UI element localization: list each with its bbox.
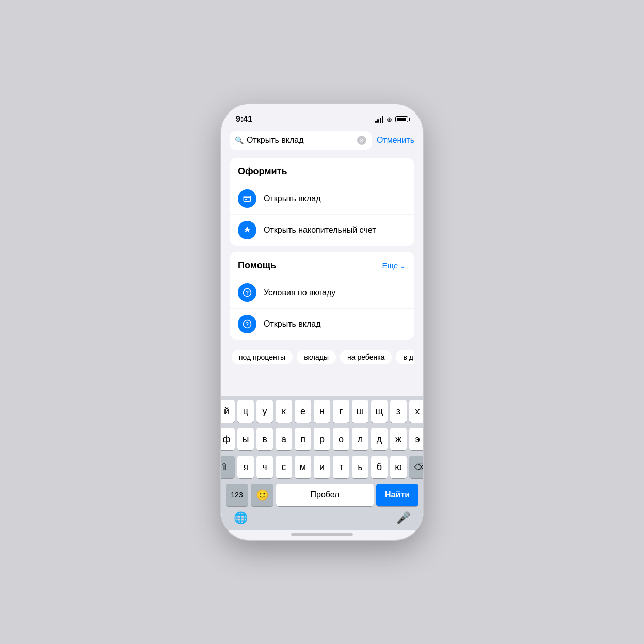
chevron-down-icon: ⌄	[399, 261, 406, 270]
suggestion-chip-4[interactable]: в д	[396, 350, 414, 364]
keyboard-row-1: й ц у к е н г ш щ з х	[223, 400, 421, 423]
key-ы[interactable]: ы	[237, 428, 254, 450]
keyboard-row-2: ф ы в а п р о л д ж э	[223, 428, 421, 450]
key-л[interactable]: л	[352, 428, 368, 450]
key-р[interactable]: р	[314, 428, 330, 450]
svg-rect-0	[244, 196, 251, 202]
key-я[interactable]: я	[237, 456, 254, 478]
space-key[interactable]: Пробел	[276, 484, 374, 506]
search-bar-container: 🔍 Открыть вклад ✕ Отменить	[221, 127, 423, 154]
key-а[interactable]: а	[276, 428, 292, 450]
oformit-title: Оформить	[230, 158, 414, 183]
search-clear-button[interactable]: ✕	[357, 136, 366, 145]
wifi-icon: ⊛	[387, 116, 392, 123]
key-д[interactable]: д	[371, 428, 388, 450]
shift-key[interactable]: ⇧	[221, 456, 235, 478]
svg-text:?: ?	[246, 289, 249, 296]
cancel-button[interactable]: Отменить	[377, 136, 414, 145]
key-э[interactable]: э	[409, 428, 423, 450]
oformit-card: Оформить Открыть вклад	[230, 158, 414, 246]
search-key[interactable]: Найти	[376, 484, 418, 506]
suggestion-chip-3[interactable]: на ребенка	[340, 350, 392, 364]
key-ж[interactable]: ж	[390, 428, 407, 450]
keyboard-toolbar: 🌐 🎤	[223, 508, 421, 528]
key-к[interactable]: к	[276, 400, 292, 423]
pomosh-card: Помощь Еще ⌄ ? Условия по вкладу	[230, 252, 414, 340]
svg-rect-1	[245, 199, 247, 200]
home-indicator	[221, 530, 423, 540]
key-с[interactable]: с	[276, 456, 292, 478]
savings-icon	[238, 221, 256, 239]
list-item[interactable]: Открыть вклад	[230, 183, 414, 215]
search-input-value[interactable]: Открыть вклад	[247, 136, 354, 145]
content-area: Оформить Открыть вклад	[221, 154, 423, 396]
list-item[interactable]: ? Условия по вкладу	[230, 277, 414, 309]
numbers-key[interactable]: 123	[226, 484, 248, 506]
key-в[interactable]: в	[256, 428, 273, 450]
status-time: 9:41	[236, 115, 252, 124]
suggestion-chip-1[interactable]: под проценты	[232, 350, 293, 364]
search-field[interactable]: 🔍 Открыть вклад ✕	[230, 131, 372, 150]
emoji-key[interactable]: 🙂	[251, 484, 273, 506]
key-ю[interactable]: ю	[390, 456, 407, 478]
key-н[interactable]: н	[314, 400, 330, 423]
key-ь[interactable]: ь	[352, 456, 368, 478]
key-щ[interactable]: щ	[371, 400, 388, 423]
list-item[interactable]: Открыть накопительный счет	[230, 215, 414, 246]
key-ч[interactable]: ч	[256, 456, 273, 478]
battery-icon	[395, 116, 408, 122]
pomosh-item-2-label: Открыть вклад	[264, 319, 321, 329]
globe-icon[interactable]: 🌐	[234, 511, 248, 525]
key-з[interactable]: з	[390, 400, 407, 423]
status-icons: ⊛	[375, 116, 409, 123]
suggestion-chip-2[interactable]: вклады	[297, 350, 336, 364]
key-о[interactable]: о	[333, 428, 349, 450]
list-item[interactable]: ? Открыть вклад	[230, 309, 414, 340]
pomosh-item-1-label: Условия по вкладу	[264, 288, 335, 297]
keyboard-row-3: ⇧ я ч с м и т ь б ю ⌫	[223, 456, 421, 478]
key-т[interactable]: т	[333, 456, 349, 478]
oformit-item-2-label: Открыть накопительный счет	[264, 226, 376, 235]
signal-icon	[375, 116, 384, 123]
backspace-key[interactable]: ⌫	[409, 456, 423, 478]
oformit-item-1-label: Открыть вклад	[264, 194, 321, 203]
key-х[interactable]: х	[409, 400, 423, 423]
suggestions-row: под проценты вклады на ребенка в д	[230, 346, 414, 366]
status-bar: 9:41 ⊛	[221, 104, 423, 127]
deposit-icon	[238, 189, 256, 208]
keyboard-bottom-row: 123 🙂 Пробел Найти	[223, 484, 421, 506]
key-у[interactable]: у	[256, 400, 273, 423]
keyboard: й ц у к е н г ш щ з х ф ы в а п р о	[221, 396, 423, 530]
mic-icon[interactable]: 🎤	[396, 511, 410, 525]
key-и[interactable]: и	[314, 456, 330, 478]
key-е[interactable]: е	[295, 400, 311, 423]
help-icon-2: ?	[238, 315, 256, 333]
phone-device: 9:41 ⊛ 🔍 Открыть вклад ✕ О	[221, 104, 423, 540]
pomosh-title: Помощь	[238, 260, 276, 271]
key-ф[interactable]: ф	[221, 428, 235, 450]
key-г[interactable]: г	[333, 400, 349, 423]
pomosh-header: Помощь Еще ⌄	[230, 252, 414, 277]
svg-text:?: ?	[246, 321, 249, 327]
help-icon-1: ?	[238, 283, 256, 302]
key-м[interactable]: м	[295, 456, 311, 478]
key-ц[interactable]: ц	[237, 400, 254, 423]
search-icon: 🔍	[235, 136, 244, 144]
key-п[interactable]: п	[295, 428, 311, 450]
phone-screen: 9:41 ⊛ 🔍 Открыть вклад ✕ О	[221, 104, 423, 540]
more-link[interactable]: Еще ⌄	[382, 261, 406, 270]
key-ш[interactable]: ш	[352, 400, 368, 423]
key-й[interactable]: й	[221, 400, 235, 423]
key-б[interactable]: б	[371, 456, 388, 478]
